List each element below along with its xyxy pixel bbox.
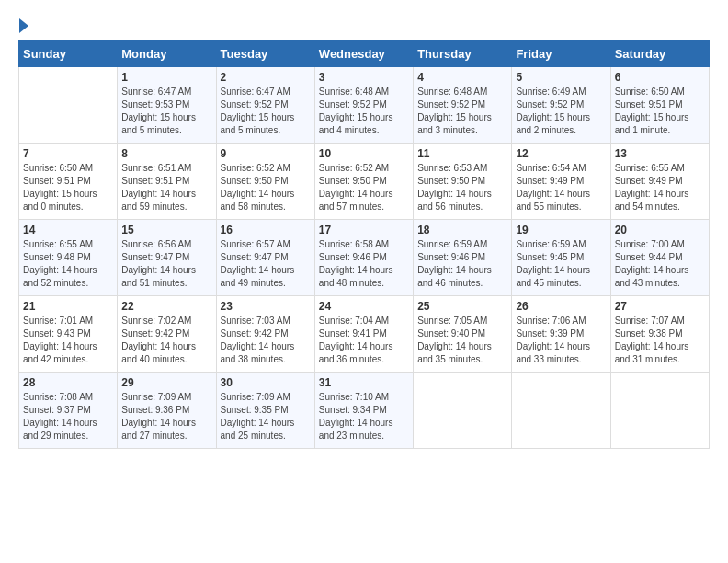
cell-info: Sunrise: 7:05 AM Sunset: 9:40 PM Dayligh…: [417, 315, 507, 366]
calendar-cell-w2-d0: 14Sunrise: 6:55 AM Sunset: 9:48 PM Dayli…: [19, 220, 118, 296]
day-number: 28: [23, 376, 113, 389]
calendar-cell-w1-d2: 9Sunrise: 6:52 AM Sunset: 9:50 PM Daylig…: [216, 144, 314, 220]
week-row-3: 21Sunrise: 7:01 AM Sunset: 9:43 PM Dayli…: [19, 296, 710, 373]
cell-info: Sunrise: 7:06 AM Sunset: 9:39 PM Dayligh…: [516, 315, 606, 366]
calendar-cell-w3-d2: 23Sunrise: 7:03 AM Sunset: 9:42 PM Dayli…: [216, 296, 314, 373]
calendar-cell-w4-d6: [610, 373, 709, 449]
day-header-monday: Monday: [118, 41, 216, 67]
calendar-cell-w2-d5: 19Sunrise: 6:59 AM Sunset: 9:45 PM Dayli…: [512, 220, 610, 296]
day-number: 21: [23, 300, 113, 313]
calendar-cell-w4-d3: 31Sunrise: 7:10 AM Sunset: 9:34 PM Dayli…: [314, 373, 413, 449]
cell-info: Sunrise: 6:49 AM Sunset: 9:52 PM Dayligh…: [516, 86, 606, 137]
cell-info: Sunrise: 6:53 AM Sunset: 9:50 PM Dayligh…: [417, 162, 507, 213]
cell-info: Sunrise: 7:00 AM Sunset: 9:44 PM Dayligh…: [615, 238, 705, 290]
cell-info: Sunrise: 7:02 AM Sunset: 9:42 PM Dayligh…: [121, 315, 211, 366]
calendar-table: SundayMondayTuesdayWednesdayThursdayFrid…: [18, 40, 710, 449]
calendar-cell-w2-d1: 15Sunrise: 6:56 AM Sunset: 9:47 PM Dayli…: [118, 220, 216, 296]
day-header-tuesday: Tuesday: [216, 41, 314, 67]
calendar-cell-w2-d2: 16Sunrise: 6:57 AM Sunset: 9:47 PM Dayli…: [216, 220, 314, 296]
cell-info: Sunrise: 7:01 AM Sunset: 9:43 PM Dayligh…: [23, 315, 113, 366]
calendar-cell-w1-d3: 10Sunrise: 6:52 AM Sunset: 9:50 PM Dayli…: [314, 144, 413, 220]
week-row-4: 28Sunrise: 7:08 AM Sunset: 9:37 PM Dayli…: [19, 373, 710, 449]
day-header-saturday: Saturday: [610, 41, 709, 67]
calendar-cell-w0-d4: 4Sunrise: 6:48 AM Sunset: 9:52 PM Daylig…: [414, 67, 512, 144]
calendar-cell-w1-d1: 8Sunrise: 6:51 AM Sunset: 9:51 PM Daylig…: [118, 144, 216, 220]
calendar-cell-w1-d4: 11Sunrise: 6:53 AM Sunset: 9:50 PM Dayli…: [414, 144, 512, 220]
day-header-thursday: Thursday: [414, 41, 512, 67]
calendar-cell-w1-d0: 7Sunrise: 6:50 AM Sunset: 9:51 PM Daylig…: [19, 144, 118, 220]
page-header: [18, 18, 710, 33]
calendar-cell-w0-d0: [19, 67, 118, 144]
day-number: 29: [121, 376, 211, 389]
day-header-friday: Friday: [512, 41, 610, 67]
day-number: 6: [615, 71, 705, 84]
day-header-wednesday: Wednesday: [314, 41, 413, 67]
cell-info: Sunrise: 6:57 AM Sunset: 9:47 PM Dayligh…: [221, 238, 311, 290]
week-row-1: 7Sunrise: 6:50 AM Sunset: 9:51 PM Daylig…: [19, 144, 710, 220]
day-number: 8: [121, 147, 211, 160]
cell-info: Sunrise: 7:08 AM Sunset: 9:37 PM Dayligh…: [23, 391, 113, 442]
calendar-cell-w4-d4: [414, 373, 512, 449]
day-number: 23: [221, 300, 311, 313]
calendar-cell-w1-d5: 12Sunrise: 6:54 AM Sunset: 9:49 PM Dayli…: [512, 144, 610, 220]
cell-info: Sunrise: 7:09 AM Sunset: 9:35 PM Dayligh…: [221, 391, 311, 442]
calendar-cell-w3-d5: 26Sunrise: 7:06 AM Sunset: 9:39 PM Dayli…: [512, 296, 610, 373]
cell-info: Sunrise: 6:55 AM Sunset: 9:48 PM Dayligh…: [23, 238, 113, 290]
cell-info: Sunrise: 6:56 AM Sunset: 9:47 PM Dayligh…: [121, 238, 211, 290]
calendar-cell-w0-d6: 6Sunrise: 6:50 AM Sunset: 9:51 PM Daylig…: [610, 67, 709, 144]
cell-info: Sunrise: 6:52 AM Sunset: 9:50 PM Dayligh…: [221, 162, 311, 213]
cell-info: Sunrise: 6:48 AM Sunset: 9:52 PM Dayligh…: [319, 86, 409, 137]
day-number: 26: [516, 300, 606, 313]
calendar-cell-w0-d2: 2Sunrise: 6:47 AM Sunset: 9:52 PM Daylig…: [216, 67, 314, 144]
cell-info: Sunrise: 7:10 AM Sunset: 9:34 PM Dayligh…: [319, 391, 409, 442]
calendar-cell-w1-d6: 13Sunrise: 6:55 AM Sunset: 9:49 PM Dayli…: [610, 144, 709, 220]
cell-info: Sunrise: 6:55 AM Sunset: 9:49 PM Dayligh…: [615, 162, 705, 213]
day-number: 7: [23, 147, 113, 160]
cell-info: Sunrise: 7:03 AM Sunset: 9:42 PM Dayligh…: [221, 315, 311, 366]
calendar-cell-w3-d4: 25Sunrise: 7:05 AM Sunset: 9:40 PM Dayli…: [414, 296, 512, 373]
day-number: 17: [319, 224, 409, 236]
day-number: 2: [221, 71, 311, 84]
day-number: 14: [23, 224, 113, 236]
week-row-2: 14Sunrise: 6:55 AM Sunset: 9:48 PM Dayli…: [19, 220, 710, 296]
cell-info: Sunrise: 7:04 AM Sunset: 9:41 PM Dayligh…: [319, 315, 409, 366]
calendar-cell-w4-d0: 28Sunrise: 7:08 AM Sunset: 9:37 PM Dayli…: [19, 373, 118, 449]
cell-info: Sunrise: 6:52 AM Sunset: 9:50 PM Dayligh…: [319, 162, 409, 213]
calendar-cell-w0-d3: 3Sunrise: 6:48 AM Sunset: 9:52 PM Daylig…: [314, 67, 413, 144]
cell-info: Sunrise: 6:48 AM Sunset: 9:52 PM Dayligh…: [417, 86, 507, 137]
day-number: 4: [417, 71, 507, 84]
calendar-cell-w4-d2: 30Sunrise: 7:09 AM Sunset: 9:35 PM Dayli…: [216, 373, 314, 449]
day-number: 13: [615, 147, 705, 160]
cell-info: Sunrise: 7:09 AM Sunset: 9:36 PM Dayligh…: [121, 391, 211, 442]
days-header-row: SundayMondayTuesdayWednesdayThursdayFrid…: [19, 41, 710, 67]
calendar-cell-w3-d0: 21Sunrise: 7:01 AM Sunset: 9:43 PM Dayli…: [19, 296, 118, 373]
cell-info: Sunrise: 6:50 AM Sunset: 9:51 PM Dayligh…: [615, 86, 705, 137]
day-number: 5: [516, 71, 606, 84]
cell-info: Sunrise: 7:07 AM Sunset: 9:38 PM Dayligh…: [615, 315, 705, 366]
day-number: 19: [516, 224, 606, 236]
day-number: 9: [221, 147, 311, 160]
day-number: 12: [516, 147, 606, 160]
day-number: 22: [121, 300, 211, 313]
day-number: 31: [319, 376, 409, 389]
cell-info: Sunrise: 6:58 AM Sunset: 9:46 PM Dayligh…: [319, 238, 409, 290]
week-row-0: 1Sunrise: 6:47 AM Sunset: 9:53 PM Daylig…: [19, 67, 710, 144]
calendar-cell-w0-d1: 1Sunrise: 6:47 AM Sunset: 9:53 PM Daylig…: [118, 67, 216, 144]
day-number: 30: [221, 376, 311, 389]
calendar-cell-w4-d5: [512, 373, 610, 449]
calendar-cell-w4-d1: 29Sunrise: 7:09 AM Sunset: 9:36 PM Dayli…: [118, 373, 216, 449]
day-number: 24: [319, 300, 409, 313]
cell-info: Sunrise: 6:50 AM Sunset: 9:51 PM Dayligh…: [23, 162, 113, 213]
day-number: 18: [417, 224, 507, 236]
day-number: 25: [417, 300, 507, 313]
calendar-cell-w2-d3: 17Sunrise: 6:58 AM Sunset: 9:46 PM Dayli…: [314, 220, 413, 296]
day-number: 27: [615, 300, 705, 313]
cell-info: Sunrise: 6:59 AM Sunset: 9:46 PM Dayligh…: [417, 238, 507, 290]
calendar-cell-w3-d6: 27Sunrise: 7:07 AM Sunset: 9:38 PM Dayli…: [610, 296, 709, 373]
cell-info: Sunrise: 6:51 AM Sunset: 9:51 PM Dayligh…: [121, 162, 211, 213]
day-number: 11: [417, 147, 507, 160]
calendar-cell-w0-d5: 5Sunrise: 6:49 AM Sunset: 9:52 PM Daylig…: [512, 67, 610, 144]
day-header-sunday: Sunday: [19, 41, 118, 67]
cell-info: Sunrise: 6:47 AM Sunset: 9:53 PM Dayligh…: [121, 86, 211, 137]
cell-info: Sunrise: 6:54 AM Sunset: 9:49 PM Dayligh…: [516, 162, 606, 213]
